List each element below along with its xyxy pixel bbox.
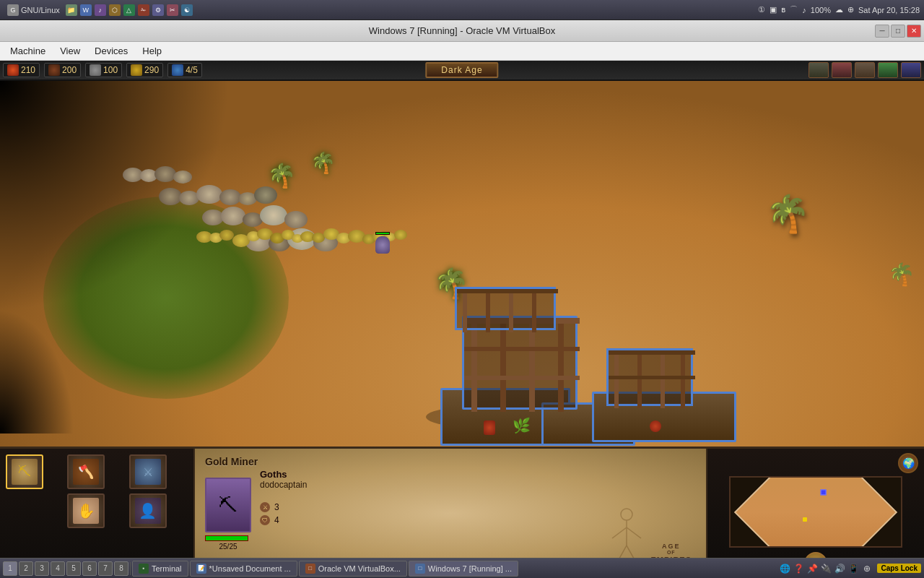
menu-devices[interactable]: Devices [87, 44, 135, 58]
taskbar-oracle-vm[interactable]: □ Oracle VM VirtualBox... [299, 561, 407, 577]
menu-view[interactable]: View [53, 44, 87, 58]
hud-menu-btn-4[interactable] [878, 62, 898, 78]
gold-value: 290 [144, 65, 159, 75]
terminal-taskbar-icon: ▪ [139, 564, 149, 574]
app-icon-5[interactable]: △ [123, 4, 135, 16]
workspace-6[interactable]: 6 [82, 561, 97, 576]
chop-wood-icon: 🪓 [73, 459, 99, 485]
hud-menu-btn-2[interactable] [832, 62, 852, 78]
unit-health-bar [206, 536, 248, 540]
app-icon-3[interactable]: ♪ [95, 4, 106, 16]
svg-line-3 [627, 527, 641, 538]
unit-healthbar-bg [375, 232, 390, 235]
app-icon-7[interactable]: ⚙ [152, 4, 164, 16]
pop-icon [172, 64, 183, 76]
workspace-3[interactable]: 3 [35, 561, 49, 576]
mobile-icon-bottom[interactable]: 📱 [847, 563, 859, 574]
unit-action-icon: ⚔ [135, 459, 161, 485]
unit-health-bar-bg [205, 535, 248, 541]
action-buttons: ⛏ 🪓 ⚔ [6, 454, 188, 489]
menu-help[interactable]: Help [135, 44, 169, 58]
action-portrait-btn[interactable]: 👤 [129, 493, 167, 528]
workspace-2[interactable]: 2 [19, 561, 33, 576]
caps-lock-badge: Caps Lock [877, 564, 921, 573]
unit-player-sub: dodocaptain [260, 480, 307, 490]
taskbar-unsaved-doc[interactable]: 📝 *Unsaved Document ... [190, 561, 297, 577]
workspace-4[interactable]: 4 [51, 561, 65, 576]
taskbar-divider-1 [130, 562, 131, 575]
food-icon [7, 64, 19, 76]
game-container: 210 200 100 290 4/5 Dark Age [0, 61, 924, 578]
minimap-diamond [734, 476, 897, 548]
stone-value: 100 [103, 65, 118, 75]
vbox-titlebar: Windows 7 [Running] - Oracle VM VirtualB… [0, 20, 924, 42]
app-icon-9[interactable]: ☯ [181, 4, 193, 16]
network-icon-top: ⊕ [847, 5, 854, 14]
vbox-minimize-button[interactable]: ─ [875, 25, 889, 38]
unit-body [375, 236, 390, 254]
network-icon-bottom-2[interactable]: ⊕ [861, 563, 873, 574]
workspace-1[interactable]: 1 [3, 561, 17, 576]
volume-icon-bottom[interactable]: 🔊 [834, 563, 845, 574]
food-value: 210 [21, 65, 35, 75]
hud-menu-btn-1[interactable] [808, 62, 829, 78]
hud-menu-btn-5[interactable] [901, 62, 921, 78]
armor-row: 🛡 4 [260, 515, 279, 525]
pop-value: 4/5 [186, 65, 198, 75]
app-icon-1[interactable]: 📁 [66, 4, 77, 16]
palm-tree-2: 🌴 [310, 153, 336, 173]
terminal-taskbar-label: Terminal [152, 564, 182, 573]
host-bottom-taskbar: 1 2 3 4 5 6 7 8 ▪ Terminal 📝 *Unsaved Do… [0, 558, 924, 578]
hud-menu-btn-3[interactable] [855, 62, 875, 78]
vbox-title: Windows 7 [Running] - Oracle VM VirtualB… [369, 25, 555, 36]
action-mine-gold[interactable]: ⛏ [6, 454, 43, 489]
stone-icon [90, 64, 101, 76]
vbox-close-button[interactable]: ✕ [907, 25, 921, 38]
taskbar-windows7[interactable]: □ Windows 7 [Running] ... [409, 561, 518, 577]
fog-bottom-left [0, 289, 87, 434]
attack-value: 3 [274, 502, 279, 512]
attack-row: ⚔ 3 [260, 502, 279, 512]
win7-taskbar-icon: □ [415, 564, 425, 574]
app-icon-2[interactable]: W [80, 4, 92, 16]
workspace-8[interactable]: 8 [114, 561, 128, 576]
unit-name: Gold Miner [205, 456, 258, 467]
menu-machine[interactable]: Machine [3, 44, 53, 58]
vbox-restore-button[interactable]: □ [891, 25, 905, 38]
workspace-5[interactable]: 5 [66, 561, 81, 576]
app-icon-4[interactable]: ⬡ [109, 4, 121, 16]
doc-taskbar-label: *Unsaved Document ... [209, 564, 291, 573]
gnu-linux-label[interactable]: G GNU/Linux [4, 4, 63, 17]
hand-icon: ✋ [73, 498, 99, 524]
cpu-icon: ▣ [770, 5, 777, 14]
unit-player: Goths [260, 469, 307, 480]
bt-icon: ʙ [781, 5, 785, 14]
minimap[interactable] [729, 476, 902, 548]
oracle-taskbar-label: Oracle VM VirtualBox... [318, 564, 401, 573]
action-hand[interactable]: ✋ [67, 493, 105, 528]
hud-right-icons [808, 62, 921, 78]
power-icon-bottom[interactable]: 🔌 [820, 563, 832, 574]
workspace-7[interactable]: 7 [98, 561, 113, 576]
vbox-window: Windows 7 [Running] - Oracle VM VirtualB… [0, 20, 924, 578]
wood-icon [48, 64, 60, 76]
win7-taskbar-label: Windows 7 [Running] ... [428, 564, 512, 573]
notification-icon: ① [758, 5, 765, 14]
network-icon-bottom[interactable]: 🌐 [779, 563, 790, 574]
help-icon-bottom[interactable]: ❓ [793, 563, 804, 574]
unit-portrait: ⛏ [205, 478, 251, 532]
building-2 [592, 348, 736, 442]
taskbar-terminal[interactable]: ▪ Terminal [132, 561, 188, 577]
hud-gold: 290 [126, 63, 163, 77]
action-unit[interactable]: ⚔ [129, 454, 167, 489]
hud-food: 210 [3, 63, 40, 77]
pin-icon-bottom[interactable]: 📌 [806, 563, 818, 574]
palm-tree-far-right: 🌴 [888, 262, 915, 287]
action-buttons-row2: ✋ 👤 [6, 493, 188, 528]
diplomacy-btn[interactable]: 🌍 [898, 453, 918, 473]
portrait-icon: 👤 [135, 498, 161, 524]
app-icon-8[interactable]: ✂ [167, 4, 178, 16]
tray-icons: 🌐 ❓ 📌 🔌 🔊 📱 ⊕ [779, 563, 873, 574]
app-icon-6[interactable]: ✁ [138, 4, 149, 16]
action-chop-wood[interactable]: 🪓 [67, 454, 105, 489]
